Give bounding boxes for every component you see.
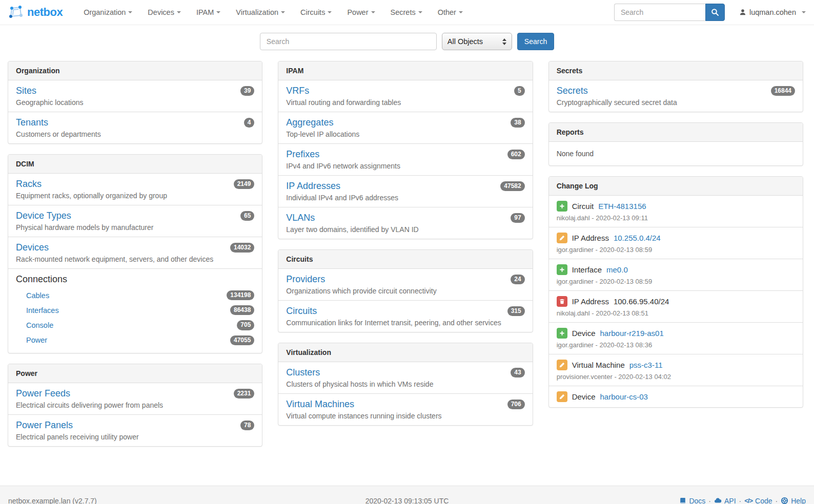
panel-ipam: IPAM VRFs 5 Virtual routing and forwardi… xyxy=(278,61,533,239)
panel-heading: Secrets xyxy=(549,61,803,80)
console-link[interactable]: Console xyxy=(26,321,53,329)
menu-virtualization[interactable]: Virtualization xyxy=(228,0,293,25)
menu-circuits[interactable]: Circuits xyxy=(293,0,339,25)
prefixes-link[interactable]: Prefixes xyxy=(286,149,319,160)
dashboard: Organization Sites 39 Geographic locatio… xyxy=(0,61,814,457)
help-link[interactable]: Help xyxy=(781,497,806,504)
chevron-down-icon xyxy=(281,11,285,13)
count-badge: 39 xyxy=(240,86,254,96)
count-badge: 43 xyxy=(511,368,524,377)
interfaces-link[interactable]: Interfaces xyxy=(26,306,59,314)
panel-secrets: Secrets Secrets 16844 Cryptographically … xyxy=(548,61,803,112)
clusters-link[interactable]: Clusters xyxy=(286,367,320,378)
row-description: Geographic locations xyxy=(16,98,254,107)
vrfs-link[interactable]: VRFs xyxy=(286,86,309,96)
stat-row-providers: Providers 24 Organizations which provide… xyxy=(278,269,532,301)
changelog-entry: Interface me0.0 igor.gardiner - 2020-02-… xyxy=(549,259,803,291)
code-link[interactable]: </> Code xyxy=(744,497,772,504)
changelog-object-link[interactable]: pss-c3-11 xyxy=(629,361,663,369)
page-footer: netbox.example.lan (v2.7.7) 2020-02-13 0… xyxy=(0,486,814,504)
main-menu: Organization Devices IPAM Virtualization… xyxy=(76,0,471,25)
changelog-meta: provisioner.vcenter - 2020-02-13 04:02 xyxy=(557,373,795,381)
row-description: Clusters of physical hosts in which VMs … xyxy=(286,380,524,388)
stat-row-vlans: VLANs 97 Layer two domains, identified b… xyxy=(278,207,532,239)
menu-organization[interactable]: Organization xyxy=(76,0,140,25)
changelog-entry: Virtual Machine pss-c3-11 provisioner.vc… xyxy=(549,354,803,386)
stat-row-prefixes: Prefixes 602 IPv4 and IPv6 network assig… xyxy=(278,144,532,176)
stat-row-power-panels: Power Panels 78 Electrical panels receiv… xyxy=(8,415,262,446)
racks-link[interactable]: Racks xyxy=(16,179,42,190)
stat-row-tenants: Tenants 4 Customers or departments xyxy=(8,112,262,143)
count-badge: 16844 xyxy=(771,86,795,96)
tenants-link[interactable]: Tenants xyxy=(16,117,48,128)
pencil-icon xyxy=(557,391,567,402)
power-feeds-link[interactable]: Power Feeds xyxy=(16,388,70,399)
device-types-link[interactable]: Device Types xyxy=(16,211,71,221)
power-panels-link[interactable]: Power Panels xyxy=(16,420,73,431)
search-scope-select[interactable]: All Objects xyxy=(442,33,512,50)
chevron-down-icon xyxy=(802,11,806,13)
user-menu[interactable]: luqman.cohen xyxy=(739,8,806,16)
panel-heading: Organization xyxy=(8,61,262,80)
power-connections-link[interactable]: Power xyxy=(26,336,47,344)
changelog-object-type: IP Address xyxy=(572,297,609,306)
chevron-down-icon xyxy=(418,11,422,13)
footer-separator: · xyxy=(708,497,711,504)
circuits-link[interactable]: Circuits xyxy=(286,306,317,317)
navbar-search-input[interactable] xyxy=(614,4,705,21)
aggregates-link[interactable]: Aggregates xyxy=(286,117,333,128)
devices-link[interactable]: Devices xyxy=(16,242,49,253)
providers-link[interactable]: Providers xyxy=(286,274,325,285)
secrets-link[interactable]: Secrets xyxy=(557,86,588,96)
navbar-search-button[interactable] xyxy=(705,4,725,21)
netbox-logo[interactable]: netbox xyxy=(8,5,63,20)
ip-addresses-link[interactable]: IP Addresses xyxy=(286,181,340,192)
changelog-object-link[interactable]: ETH-4813156 xyxy=(598,202,646,211)
changelog-object-type: Circuit xyxy=(572,202,594,211)
connections-group: Connections Cables 134198 Interfaces 864… xyxy=(8,269,262,353)
code-icon: </> xyxy=(744,497,752,504)
menu-power[interactable]: Power xyxy=(339,0,382,25)
changelog-entry: Device harbour-r219-as01 igor.gardiner -… xyxy=(549,323,803,354)
virtual-machines-link[interactable]: Virtual Machines xyxy=(286,399,354,410)
cables-link[interactable]: Cables xyxy=(26,291,49,300)
top-navbar: netbox Organization Devices IPAM Virtual… xyxy=(0,0,814,25)
count-badge: 65 xyxy=(240,211,254,221)
changelog-meta: igor.gardiner - 2020-02-13 08:59 xyxy=(557,278,795,285)
row-description: Equipment racks, optionally organized by… xyxy=(16,192,254,200)
global-search-bar: All Objects Search xyxy=(0,25,814,61)
chevron-down-icon xyxy=(371,11,375,13)
count-badge: 2149 xyxy=(234,179,255,189)
chevron-down-icon xyxy=(328,11,332,13)
row-description: Communication links for Internet transit… xyxy=(286,319,524,327)
vlans-link[interactable]: VLANs xyxy=(286,213,315,223)
footer-timestamp: 2020-02-13 09:13:05 UTC xyxy=(365,497,449,504)
netbox-logo-icon xyxy=(8,5,24,20)
count-badge: 4 xyxy=(244,118,255,128)
column-left: Organization Sites 39 Geographic locatio… xyxy=(8,61,262,457)
changelog-object-type: Device xyxy=(572,392,596,401)
panel-heading: Circuits xyxy=(278,250,532,269)
column-middle: IPAM VRFs 5 Virtual routing and forwardi… xyxy=(278,61,533,436)
cloud-icon xyxy=(714,497,722,504)
menu-ipam[interactable]: IPAM xyxy=(189,0,228,25)
changelog-object-link[interactable]: harbour-r219-as01 xyxy=(600,329,664,338)
changelog-object-link[interactable]: 10.255.0.4/24 xyxy=(614,234,661,242)
menu-secrets[interactable]: Secrets xyxy=(383,0,430,25)
count-badge: 5 xyxy=(514,86,525,96)
global-search-button[interactable]: Search xyxy=(517,33,554,50)
menu-devices[interactable]: Devices xyxy=(140,0,189,25)
api-link[interactable]: API xyxy=(714,497,736,504)
username: luqman.cohen xyxy=(749,8,796,16)
global-search-input[interactable] xyxy=(260,33,437,50)
search-icon xyxy=(711,8,719,16)
plus-icon xyxy=(557,264,567,275)
docs-link[interactable]: Docs xyxy=(679,497,705,504)
chevron-down-icon xyxy=(459,11,463,13)
changelog-entry: Circuit ETH-4813156 nikolaj.dahl - 2020-… xyxy=(549,196,803,227)
changelog-object-link[interactable]: me0.0 xyxy=(606,265,628,274)
changelog-object-link[interactable]: harbour-cs-03 xyxy=(600,392,648,401)
sites-link[interactable]: Sites xyxy=(16,86,36,96)
pencil-icon xyxy=(557,360,567,370)
menu-other[interactable]: Other xyxy=(430,0,471,25)
